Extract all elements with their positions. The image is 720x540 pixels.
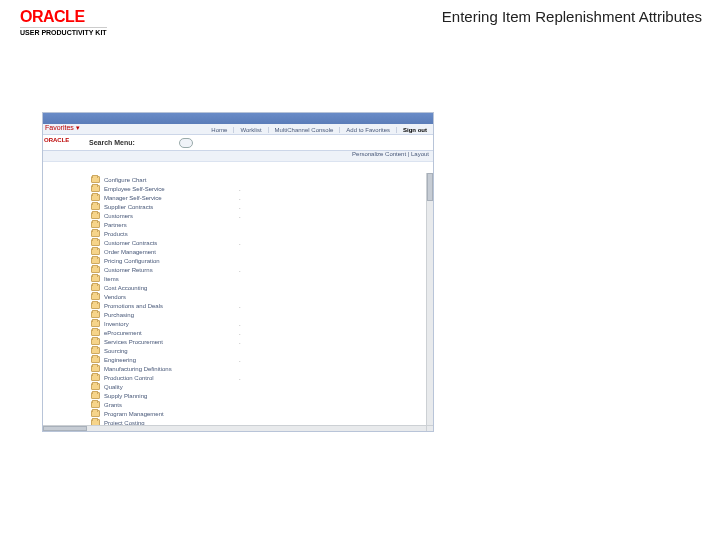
menu-item[interactable]: Services Procurement.: [91, 337, 433, 346]
menu-item[interactable]: Products: [91, 229, 433, 238]
menu-item[interactable]: Pricing Configuration: [91, 256, 433, 265]
folder-icon: [91, 365, 100, 372]
folder-icon: [91, 383, 100, 390]
menu-area: Configure ChartEmployee Self-Service.Man…: [43, 173, 433, 431]
menu-item-label: Customers: [104, 213, 133, 219]
menu-item[interactable]: Customers.: [91, 211, 433, 220]
menu-item-label: Order Management: [104, 249, 156, 255]
menu-list: Configure ChartEmployee Self-Service.Man…: [43, 173, 433, 427]
search-go-button[interactable]: [179, 138, 193, 148]
nav-fav[interactable]: Add to Favorites: [340, 127, 397, 133]
nav-home[interactable]: Home: [205, 127, 234, 133]
folder-icon: [91, 185, 100, 192]
menu-item-label: Services Procurement: [104, 339, 163, 345]
oracle-small-logo: ORACLE: [44, 137, 69, 143]
menu-item[interactable]: Order Management: [91, 247, 433, 256]
nav-mcc[interactable]: MultiChannel Console: [269, 127, 341, 133]
menu-item-label: Quality: [104, 384, 123, 390]
menu-item-label: Employee Self-Service: [104, 186, 165, 192]
toolbar-row: Personalize Content | Layout: [43, 151, 433, 162]
personalize-link[interactable]: Personalize Content | Layout: [352, 151, 429, 157]
menu-item-label: Customer Contracts: [104, 240, 157, 246]
header-bar: ORACLE USER PRODUCTIVITY KIT Entering It…: [0, 0, 720, 36]
menu-item[interactable]: Supply Planning: [91, 391, 433, 400]
menu-item[interactable]: Sourcing: [91, 346, 433, 355]
menu-item[interactable]: Items: [91, 274, 433, 283]
search-label: Search Menu:: [87, 139, 177, 146]
menu-item-label: Production Control: [104, 375, 154, 381]
folder-icon: [91, 374, 100, 381]
menu-item[interactable]: Vendors: [91, 292, 433, 301]
nav-worklist[interactable]: Worklist: [234, 127, 268, 133]
folder-icon: [91, 248, 100, 255]
menu-item[interactable]: Promotions and Deals.: [91, 301, 433, 310]
menu-item[interactable]: Manager Self-Service.: [91, 193, 433, 202]
folder-icon: [91, 338, 100, 345]
menu-item-label: Pricing Configuration: [104, 258, 160, 264]
menu-item[interactable]: Cost Accounting: [91, 283, 433, 292]
menu-item-indicator: .: [239, 213, 241, 219]
folder-icon: [91, 230, 100, 237]
folder-icon: [91, 311, 100, 318]
menu-item-indicator: .: [239, 204, 241, 210]
folder-icon: [91, 194, 100, 201]
menu-item-indicator: .: [239, 303, 241, 309]
menu-item[interactable]: Engineering.: [91, 355, 433, 364]
menu-item-indicator: .: [239, 267, 241, 273]
menu-item[interactable]: Customer Returns.: [91, 265, 433, 274]
vertical-scrollbar-thumb[interactable]: [427, 173, 433, 201]
menu-item-label: Customer Returns: [104, 267, 153, 273]
vertical-scrollbar[interactable]: [426, 173, 433, 425]
oracle-subtitle: USER PRODUCTIVITY KIT: [20, 27, 107, 36]
menu-item-indicator: .: [239, 195, 241, 201]
menu-item-label: Promotions and Deals: [104, 303, 163, 309]
menu-item[interactable]: Inventory.: [91, 319, 433, 328]
menu-item-label: Manufacturing Definitions: [104, 366, 172, 372]
menu-item[interactable]: Partners: [91, 220, 433, 229]
menu-item[interactable]: Supplier Contracts.: [91, 202, 433, 211]
menu-item-label: Cost Accounting: [104, 285, 147, 291]
menu-item-indicator: .: [239, 186, 241, 192]
menu-item-label: Grants: [104, 402, 122, 408]
menu-item[interactable]: Production Control.: [91, 373, 433, 382]
menu-item-indicator: .: [239, 375, 241, 381]
horizontal-scrollbar-thumb[interactable]: [43, 426, 87, 431]
menu-item[interactable]: Configure Chart: [91, 175, 433, 184]
menu-item-label: Purchasing: [104, 312, 134, 318]
folder-icon: [91, 356, 100, 363]
favorites-cell[interactable]: Favorites ▾: [43, 124, 87, 134]
menu-item[interactable]: eProcurement.: [91, 328, 433, 337]
menu-item-indicator: .: [239, 339, 241, 345]
folder-icon: [91, 284, 100, 291]
menu-item-label: Supplier Contracts: [104, 204, 153, 210]
folder-icon: [91, 239, 100, 246]
folder-icon: [91, 203, 100, 210]
logo-block: ORACLE USER PRODUCTIVITY KIT: [20, 8, 107, 36]
menu-item-indicator: .: [239, 240, 241, 246]
folder-icon: [91, 392, 100, 399]
menu-item[interactable]: Employee Self-Service.: [91, 184, 433, 193]
menu-item[interactable]: Program Management: [91, 409, 433, 418]
menu-item[interactable]: Purchasing: [91, 310, 433, 319]
menu-item[interactable]: Grants: [91, 400, 433, 409]
menu-item-label: Items: [104, 276, 119, 282]
menu-item[interactable]: Quality: [91, 382, 433, 391]
app-window: Favorites ▾ Home Worklist MultiChannel C…: [42, 112, 434, 432]
menu-item[interactable]: Manufacturing Definitions: [91, 364, 433, 373]
folder-icon: [91, 176, 100, 183]
horizontal-scrollbar[interactable]: [43, 425, 426, 431]
scrollbar-corner: [426, 425, 433, 431]
nav-signout[interactable]: Sign out: [397, 127, 433, 133]
menu-item-indicator: .: [239, 357, 241, 363]
menu-item-indicator: .: [239, 330, 241, 336]
app-titlebar: [43, 113, 433, 124]
folder-icon: [91, 266, 100, 273]
folder-icon: [91, 221, 100, 228]
menu-item-label: eProcurement: [104, 330, 142, 336]
menu-item-label: Inventory: [104, 321, 129, 327]
folder-icon: [91, 275, 100, 282]
search-row: ORACLE Search Menu:: [43, 135, 433, 151]
menu-item-label: Sourcing: [104, 348, 128, 354]
menu-item[interactable]: Customer Contracts.: [91, 238, 433, 247]
folder-icon: [91, 320, 100, 327]
